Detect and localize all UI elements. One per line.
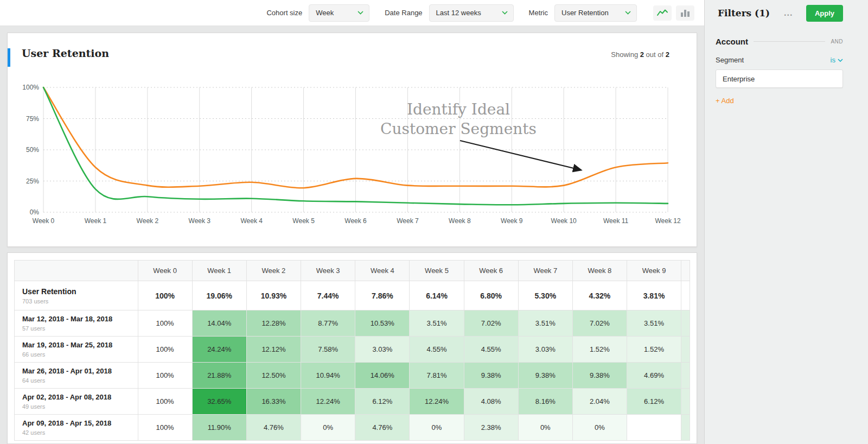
- x-axis-tick-label: Week 8: [449, 217, 471, 225]
- cohort-title: User Retention: [22, 287, 130, 296]
- x-axis-tick-label: Week 4: [240, 217, 263, 225]
- operator-select[interactable]: is: [831, 56, 843, 64]
- retention-cell: 0%: [518, 415, 572, 441]
- week-column-header: Week 1: [192, 261, 246, 281]
- retention-cell: 6.12%: [627, 389, 681, 415]
- clipped-cell: [681, 389, 690, 415]
- app-root: Cohort size Week Date Range Last 12 week…: [0, 0, 868, 444]
- clipped-cell: [681, 310, 690, 337]
- retention-cell: 10.93%: [246, 281, 301, 310]
- retention-cell: 1.52%: [572, 337, 627, 363]
- showing-count: Showing 2 out of 2: [611, 50, 669, 59]
- showing-prefix: Showing: [611, 50, 638, 59]
- y-axis-tick-label: 100%: [22, 84, 39, 91]
- chart-type-toggle-group: [653, 5, 694, 21]
- metric-label: Metric: [529, 9, 548, 17]
- cohort-row: Mar 26, 2018 - Apr 01, 201864 users100%2…: [15, 363, 690, 389]
- x-axis-tick-label: Week 3: [189, 217, 211, 225]
- table-header-row: Week 0Week 1Week 2Week 3Week 4Week 5Week…: [15, 261, 690, 281]
- week-column-header: Week 3: [301, 261, 355, 281]
- clipped-cell: [681, 337, 690, 363]
- retention-cell: 7.86%: [355, 281, 410, 310]
- retention-cell: 7.44%: [301, 281, 355, 310]
- retention-cell: 100%: [138, 337, 192, 363]
- cohort-user-count: 49 users: [22, 403, 130, 410]
- cohort-row: Mar 19, 2018 - Mar 25, 201866 users100%2…: [15, 337, 690, 363]
- cohort-user-count: 66 users: [22, 351, 130, 358]
- filter-group-row: Account AND: [716, 37, 843, 46]
- operator-value: is: [831, 56, 835, 64]
- retention-cell: 4.55%: [464, 337, 518, 363]
- retention-table: Week 0Week 1Week 2Week 3Week 4Week 5Week…: [14, 260, 690, 441]
- segment-property-row: Segment is: [716, 56, 843, 64]
- date-range-select[interactable]: Last 12 weeks: [429, 4, 514, 22]
- retention-cell: 100%: [138, 310, 192, 337]
- retention-cell: 12.24%: [410, 389, 464, 415]
- retention-cell: 7.58%: [301, 337, 355, 363]
- x-axis-tick-label: Week 2: [137, 217, 159, 225]
- retention-cell: 2.04%: [572, 389, 627, 415]
- cohort-size-label: Cohort size: [266, 9, 302, 17]
- x-axis-tick-label: Week 0: [33, 217, 55, 225]
- filters-header: Filters (1) ... Apply: [705, 0, 868, 26]
- chevron-down-icon: [502, 11, 508, 15]
- cohort-label-cell: Apr 09, 2018 - Apr 15, 201842 users: [15, 415, 138, 441]
- line-chart-icon[interactable]: [653, 5, 672, 21]
- retention-cell: 3.03%: [355, 337, 410, 363]
- cohort-size-select[interactable]: Week: [309, 4, 369, 22]
- metric-select[interactable]: User Retention: [554, 4, 637, 22]
- retention-cell: 6.80%: [464, 281, 518, 310]
- retention-cell: 4.76%: [355, 415, 410, 441]
- add-filter-link[interactable]: + Add: [716, 97, 734, 105]
- retention-cell: 5.30%: [518, 281, 572, 310]
- retention-cell: 19.06%: [192, 281, 246, 310]
- date-range-label: Date Range: [385, 9, 422, 17]
- cohort-user-count: 703 users: [22, 298, 130, 305]
- retention-cell: 9.38%: [464, 363, 518, 389]
- chevron-down-icon: [838, 59, 843, 62]
- week-column-header: Week 7: [518, 261, 572, 281]
- retention-cell: 11.90%: [192, 415, 246, 441]
- retention-cell: 12.50%: [246, 363, 301, 389]
- group-divider: [754, 41, 825, 42]
- retention-cell: 7.02%: [464, 310, 518, 337]
- segment-property-label: Segment: [716, 56, 744, 64]
- filters-sidebar: Filters (1) ... Apply Account AND Segmen…: [704, 0, 868, 444]
- cohort-row: Apr 09, 2018 - Apr 15, 201842 users100%1…: [15, 415, 690, 441]
- retention-table-card: Week 0Week 1Week 2Week 3Week 4Week 5Week…: [7, 252, 697, 444]
- retention-cell: 12.28%: [246, 310, 301, 337]
- clipped-column-header: [681, 261, 690, 281]
- filters-title: Filters (1): [718, 8, 770, 18]
- x-axis-tick-label: Week 7: [397, 217, 419, 225]
- retention-cell: 9.38%: [518, 363, 572, 389]
- week-column-header: Week 9: [627, 261, 681, 281]
- x-axis-tick-label: Week 11: [603, 217, 629, 225]
- cohort-user-count: 42 users: [22, 429, 130, 436]
- annotation-arrow: [460, 141, 580, 170]
- retention-cell: 100%: [138, 363, 192, 389]
- retention-cell: 4.69%: [627, 363, 681, 389]
- retention-line-chart[interactable]: Week 0Week 1Week 2Week 3Week 4Week 5Week…: [14, 82, 684, 226]
- toolbar: Cohort size Week Date Range Last 12 week…: [0, 0, 704, 26]
- bar-chart-icon[interactable]: [676, 5, 694, 21]
- filters-body: Account AND Segment is Enterprise + Add: [705, 26, 868, 105]
- retention-cell: 0%: [301, 415, 355, 441]
- showing-count-value: 2: [640, 50, 644, 59]
- cohort-title: Mar 26, 2018 - Apr 01, 2018: [22, 367, 130, 375]
- retention-cell: 3.03%: [518, 337, 572, 363]
- content-area: User Retention Showing 2 out of 2 Week 0…: [0, 26, 704, 444]
- retention-cell: 0%: [572, 415, 627, 441]
- date-range-value: Last 12 weeks: [436, 9, 481, 17]
- retention-cell: 32.65%: [192, 389, 246, 415]
- cohort-label-cell: Mar 26, 2018 - Apr 01, 201864 users: [15, 363, 138, 389]
- segment-value-field[interactable]: Enterprise: [716, 69, 843, 88]
- week-column-header: Week 6: [464, 261, 518, 281]
- y-axis-tick-label: 75%: [26, 115, 39, 123]
- retention-cell: 100%: [138, 389, 192, 415]
- apply-button[interactable]: Apply: [806, 5, 843, 22]
- group-operator-label: AND: [831, 39, 843, 45]
- x-axis-tick-label: Week 5: [292, 217, 315, 225]
- retention-cell: 8.16%: [518, 389, 572, 415]
- overflow-menu-icon[interactable]: ...: [782, 8, 795, 18]
- retention-cell: 12.12%: [246, 337, 301, 363]
